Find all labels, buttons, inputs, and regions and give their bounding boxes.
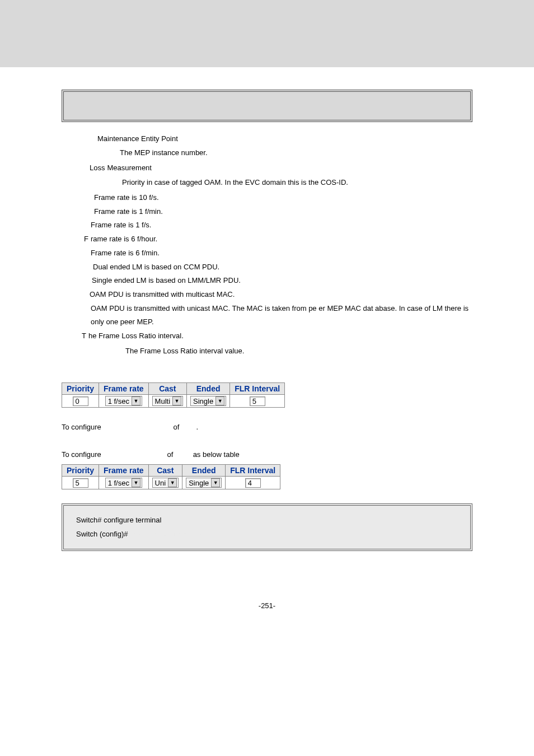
- priority-input[interactable]: 0: [73, 396, 88, 406]
- dropdown-arrow-icon: ▼: [132, 478, 140, 487]
- def-fr6h: fr6h F rame rate is 6 f/hour.: [62, 232, 472, 246]
- ended-select[interactable]: Single▼: [190, 396, 226, 406]
- th-cast: Cast: [148, 383, 186, 395]
- priority-input[interactable]: 5: [73, 478, 88, 488]
- cli-line: Switch# configure terminal: [76, 514, 458, 528]
- def-single: single Single ended LM is based on LMM/L…: [62, 274, 472, 288]
- th-framerate: Frame rate: [99, 383, 149, 395]
- table-header-row: Priority Frame rate Cast Ended FLR Inter…: [62, 465, 280, 477]
- def-desc: OAM PDU is transmitted with multicast MA…: [90, 288, 235, 302]
- def-fr10s: fr10s Frame rate is 10 f/s.: [62, 191, 472, 205]
- definitions-block: MEP Maintenance Entity Point inst The ME…: [62, 133, 472, 357]
- dropdown-arrow-icon: ▼: [216, 396, 224, 405]
- dropdown-arrow-icon: ▼: [172, 396, 181, 405]
- def-term: fr1m: [62, 205, 94, 219]
- caption-2: To configure Loss Measurement of MEP as …: [62, 449, 472, 461]
- def-mep: MEP Maintenance Entity Point: [62, 133, 472, 145]
- def-term: fr6m: [62, 246, 91, 260]
- cli-line: Switch (config)# mep 1 lm 5 fr1s single …: [76, 528, 458, 542]
- def-term: fr6h: [62, 232, 84, 246]
- def-desc-part: Loss: [90, 161, 105, 175]
- def-desc: Dual ended LM is based on CCM PDU.: [93, 260, 219, 274]
- dropdown-arrow-icon: ▼: [132, 396, 140, 405]
- def-multi: multi OAM PDU is transmitted with multic…: [62, 288, 472, 302]
- def-term: interval: [84, 346, 125, 357]
- flr-input[interactable]: 5: [250, 396, 265, 406]
- def-desc-part: Measurement: [107, 161, 151, 175]
- cast-select[interactable]: Uni▼: [152, 478, 179, 488]
- def-dual: dual Dual ended LM is based on CCM PDU.: [62, 260, 472, 274]
- th-framerate: Frame rate: [99, 465, 149, 477]
- page-header-band: [0, 0, 534, 67]
- dropdown-arrow-icon: ▼: [211, 478, 220, 487]
- def-desc-part: rame rate is 6 f/hour.: [91, 232, 157, 246]
- def-term: flr: [62, 329, 82, 343]
- def-desc: Maintenance Entity Point: [97, 133, 178, 145]
- table-row: 5 1 f/sec▼ Uni▼ Single▼ 4: [62, 477, 280, 489]
- th-flr: FLR Interval: [230, 383, 285, 395]
- def-fr6m: fr6m Frame rate is 6 f/min.: [62, 246, 472, 260]
- framerate-select[interactable]: 1 f/sec▼: [105, 396, 142, 406]
- page-content: MEP Maintenance Entity Point inst The ME…: [0, 67, 534, 627]
- def-fr1s: fr1s Frame rate is 1 f/s.: [62, 218, 472, 232]
- table-header-row: Priority Frame rate Cast Ended FLR Inter…: [62, 383, 285, 395]
- def-desc: Frame rate is 1 f/s.: [91, 218, 151, 232]
- lm-defaults-table: Priority Frame rate Cast Ended FLR Inter…: [62, 382, 285, 408]
- def-desc: The Frame Loss Ratio interval value.: [125, 346, 244, 357]
- cli-box: Switch# configure terminal Switch (confi…: [62, 503, 472, 551]
- page-number: -251-: [62, 601, 472, 610]
- cast-select[interactable]: Multi▼: [152, 396, 183, 406]
- framerate-select[interactable]: 1 f/sec▼: [105, 478, 142, 488]
- caption-1: To configure Performance Monitor of MEP.: [62, 422, 472, 433]
- def-term: fr10s: [62, 191, 94, 205]
- def-desc-part: he Frame Loss Ratio interval.: [88, 329, 184, 343]
- th-flr: FLR Interval: [226, 465, 280, 477]
- def-term: MEP: [62, 133, 97, 145]
- lm-config-table: Priority Frame rate Cast Ended FLR Inter…: [62, 464, 280, 489]
- ended-select[interactable]: Single▼: [186, 478, 222, 488]
- dropdown-arrow-icon: ▼: [168, 478, 177, 487]
- def-term: lm: [62, 161, 90, 175]
- def-desc-part: F: [84, 232, 88, 246]
- def-term: uni: [62, 302, 91, 316]
- def-term: inst: [84, 147, 120, 159]
- def-desc: Frame rate is 1 f/min.: [94, 205, 163, 219]
- def-uni: uni OAM PDU is transmitted with unicast …: [62, 302, 472, 329]
- th-priority: Priority: [62, 383, 99, 395]
- def-term: multi: [62, 288, 90, 302]
- table-row: 0 1 f/sec▼ Multi▼ Single▼ 5: [62, 395, 285, 408]
- def-term: prio: [86, 177, 122, 189]
- flr-input[interactable]: 4: [245, 478, 261, 488]
- def-lm: lm Loss Measurement: [62, 161, 472, 175]
- def-desc: Frame rate is 10 f/s.: [94, 191, 159, 205]
- def-desc: Single ended LM is based on LMM/LMR PDU.: [92, 274, 241, 288]
- th-priority: Priority: [62, 465, 99, 477]
- th-ended: Ended: [187, 383, 230, 395]
- def-prio: prio Priority in case of tagged OAM. In …: [86, 177, 472, 189]
- def-inst: inst The MEP instance number.: [84, 147, 472, 159]
- th-ended: Ended: [182, 465, 226, 477]
- th-cast: Cast: [148, 465, 182, 477]
- def-term: single: [62, 274, 92, 288]
- def-desc: OAM PDU is transmitted with unicast MAC.…: [91, 302, 472, 329]
- def-desc-part: T: [82, 329, 86, 343]
- def-interval: interval The Frame Loss Ratio interval v…: [84, 346, 472, 357]
- def-desc: The MEP instance number.: [120, 147, 208, 159]
- def-desc: Frame rate is 6 f/min.: [91, 246, 160, 260]
- def-fr1m: fr1m Frame rate is 1 f/min.: [62, 205, 472, 219]
- def-desc: Priority in case of tagged OAM. In the E…: [122, 177, 348, 189]
- def-term: dual: [62, 260, 93, 274]
- def-term: fr1s: [62, 218, 91, 232]
- title-box: [62, 90, 472, 122]
- def-flr: flr T he Frame Loss Ratio interval.: [62, 329, 472, 343]
